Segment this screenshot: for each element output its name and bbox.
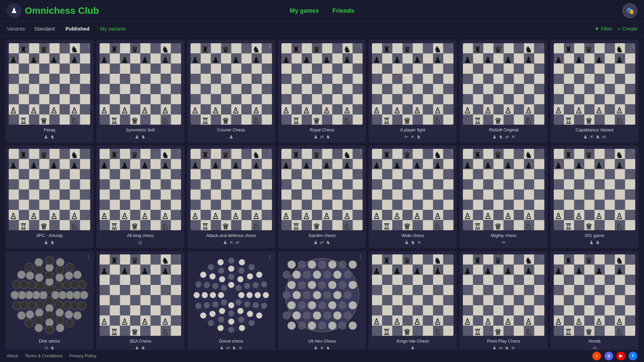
- svg-rect-451: [514, 115, 524, 125]
- nav-my-games[interactable]: My games: [290, 7, 319, 14]
- card-point-play-chess[interactable]: ⋮ ♜♞♛♟♟♟♟♖♘♕♙♙♙♙ Point Play Chess ♟⇄♞✕: [460, 251, 548, 354]
- footer: About Terms & Conditions Privacy Policy …: [0, 349, 644, 362]
- card-menu-button[interactable]: ⋮: [86, 43, 91, 49]
- card-courier-chess[interactable]: ⋮ ♜♞♛♟♟♟♟♖♘♕♙♙♙♙ Courier Chess ♟: [187, 40, 275, 143]
- card-donut-chess[interactable]: ⋮ Donut chess ♟⇄♞✕: [187, 251, 275, 354]
- svg-rect-1432: [463, 275, 473, 285]
- svg-rect-275: [291, 94, 302, 104]
- svg-rect-983: [534, 200, 544, 210]
- reddit-icon[interactable]: r: [592, 352, 601, 360]
- card-menu-button[interactable]: ⋮: [358, 148, 363, 155]
- card-mighty-chess[interactable]: ⋮ ♜♞♛♟♟♟♟♖♘♕♙♙♙♙ Mighty chess ✏: [460, 145, 548, 248]
- svg-rect-1048: [574, 189, 584, 199]
- svg-text:♕: ♕: [494, 222, 502, 230]
- svg-rect-423: [473, 84, 483, 94]
- svg-rect-120: [120, 94, 130, 104]
- card-menu-button[interactable]: ⋮: [358, 254, 363, 260]
- svg-rect-351: [443, 84, 453, 94]
- svg-rect-1509: [625, 264, 635, 275]
- svg-point-1263: [218, 267, 224, 274]
- card-rbsoft-original[interactable]: ⋮ ♜♞♛♟♟♟♟♖♘♕♙♙♙♙ RbSoft Original ♟♞⇄✕: [460, 40, 548, 143]
- card-kings-isle-chess[interactable]: ⋮ ♜♞♛♟♟♟♟♖♘♕♙♙♙♙ Kings Isle Chess ♟: [369, 251, 457, 354]
- card-royal-chess[interactable]: ⋮ ♜♞♛♟♟♟♟♖♘♕♙♙♙♙ Royal Chess ♟⇄♞: [278, 40, 366, 143]
- create-button[interactable]: + Create: [618, 26, 637, 32]
- card-menu-button[interactable]: ⋮: [631, 254, 636, 260]
- svg-text:♟: ♟: [10, 161, 17, 170]
- svg-point-1124: [20, 301, 28, 309]
- tab-my-variants[interactable]: My variants: [96, 24, 130, 33]
- discord-icon[interactable]: d: [604, 352, 613, 360]
- card-menu-button[interactable]: ⋮: [86, 148, 91, 155]
- svg-rect-633: [110, 159, 120, 169]
- nav-friends[interactable]: Friends: [332, 7, 354, 14]
- svg-point-1334: [318, 321, 326, 329]
- svg-rect-426: [504, 84, 514, 94]
- svg-rect-91: [151, 53, 161, 63]
- card-menu-button[interactable]: ⋮: [267, 254, 273, 260]
- card-icon: ♞: [411, 240, 415, 245]
- card-menu-button[interactable]: ⋮: [449, 148, 454, 155]
- card-sea-chess[interactable]: ⋮ ♜♞♛♟♟♟♟♖♘♕♙♙♙♙ SEA Chess ♟♞: [96, 251, 184, 354]
- card-horda[interactable]: ⋮ ♜♞♛♟♟♟♟♖♘♕♙♙♙♙ Horda ◎: [550, 251, 639, 354]
- card-board: ♜♞♛♟♟♟♟♖♘♕♙♙♙♙: [191, 43, 272, 125]
- svg-rect-588: [29, 200, 39, 210]
- card-menu-button[interactable]: ⋮: [176, 148, 182, 155]
- card-wide-chess[interactable]: ⋮ ♜♞♛♟♟♟♟♖♘♕♙♙♙♙ Wide chess ♟♞✕: [369, 145, 457, 248]
- svg-rect-1053: [625, 189, 635, 199]
- filter-button[interactable]: ▼ Filter: [594, 26, 612, 32]
- svg-rect-967: [534, 179, 544, 189]
- tab-published[interactable]: Published: [61, 24, 94, 33]
- svg-rect-1365: [402, 285, 413, 295]
- youtube-icon[interactable]: ▶: [616, 352, 625, 360]
- svg-point-1317: [287, 301, 296, 309]
- svg-rect-111: [110, 84, 120, 94]
- avatar[interactable]: 🎭: [623, 3, 637, 18]
- svg-rect-972: [504, 189, 514, 199]
- card-menu-button[interactable]: ⋮: [631, 43, 636, 49]
- card-8pc---arturaji[interactable]: ⋮ ♜♞♛♟♟♟♟♖♘♕♙♙♙♙ 8PC - Arturaji ♟♞: [5, 145, 94, 248]
- svg-rect-1451: [493, 295, 503, 305]
- card-garden-chess[interactable]: ⋮ ♜♞♛♟♟♟♟♖♘♕♙♙♙♙ Garden chess ♟⇄♞: [278, 145, 366, 248]
- svg-point-1136: [66, 319, 74, 327]
- card-menu-button[interactable]: ⋮: [176, 254, 182, 260]
- svg-point-1257: [218, 316, 224, 322]
- card-menu-button[interactable]: ⋮: [449, 254, 454, 260]
- svg-text:♙: ♙: [141, 317, 149, 326]
- svg-text:♛: ♛: [494, 45, 502, 54]
- card-menu-button[interactable]: ⋮: [540, 43, 545, 49]
- svg-rect-711: [201, 159, 211, 169]
- card-all-king-chess[interactable]: ⋮ ♜♞♛♟♟♟♟♖♘♕♙♙♙♙ All king chess ◎: [96, 145, 184, 248]
- card-disk-stress[interactable]: ⋮ Disk stress ◎♞: [5, 251, 94, 354]
- svg-point-1316: [343, 291, 352, 299]
- svg-rect-421: [534, 74, 544, 84]
- card-menu-button[interactable]: ⋮: [540, 254, 545, 260]
- footer-about[interactable]: About: [7, 353, 18, 358]
- footer-social: r d ▶ f: [592, 352, 637, 360]
- svg-rect-193: [241, 84, 251, 94]
- card-menu-button[interactable]: ⋮: [86, 254, 91, 260]
- card-menu-button[interactable]: ⋮: [176, 43, 182, 49]
- svg-rect-576: [70, 179, 80, 189]
- footer-privacy[interactable]: Privacy Policy: [69, 353, 97, 358]
- card-attack-and-defence-chess[interactable]: ⋮ ♜♞♛♟♟♟♟♖♘♕♙♙♙♙ Attack and defence ches…: [187, 145, 275, 248]
- card-menu-button[interactable]: ⋮: [358, 43, 363, 49]
- card-menu-button[interactable]: ⋮: [449, 43, 454, 49]
- card-ult-hex-chess[interactable]: ⋮ Ult Hex Chess ♟✕♞: [278, 251, 366, 354]
- card-menu-button[interactable]: ⋮: [631, 148, 636, 155]
- card-capablanca-variant[interactable]: ⋮ ♜♞♛♟♟♟♟♖♘♕♙♙♙♙ Capablanca Variant ♟✕♞⇄: [550, 40, 639, 143]
- card-menu-button[interactable]: ⋮: [267, 148, 273, 155]
- svg-rect-1427: [493, 264, 503, 275]
- tab-standard[interactable]: Standard: [30, 24, 59, 33]
- card-menu-button[interactable]: ⋮: [540, 148, 545, 155]
- card-001-game[interactable]: ⋮ ♜♞♛♟♟♟♟♖♘♕♙♙♙♙ 001 game ♟♞: [550, 145, 639, 248]
- svg-rect-173: [201, 64, 211, 74]
- footer-terms[interactable]: Terms & Conditions: [25, 353, 63, 358]
- card-6-player-fight[interactable]: ⋮ ♜♞♛♟♟♟♟♖♘♕♙♙♙♙ 6 player fight ✏✕♞: [369, 40, 457, 143]
- card-symmetric-8x8[interactable]: ⋮ ♜♞♛♟♟♟♟♖♘♕♙♙♙♙ Symmetric 8x8 ♟♞: [96, 40, 184, 143]
- card-menu-button[interactable]: ⋮: [267, 43, 273, 49]
- svg-point-1324: [282, 311, 290, 319]
- svg-text:♞: ♞: [616, 45, 623, 54]
- facebook-icon[interactable]: f: [629, 352, 637, 360]
- svg-text:♙: ♙: [303, 212, 310, 221]
- card-feraq[interactable]: ⋮ ♜♞♛♟♟♟♟♖♘♕♙♙♙♙ Feraq ♟♞: [5, 40, 94, 143]
